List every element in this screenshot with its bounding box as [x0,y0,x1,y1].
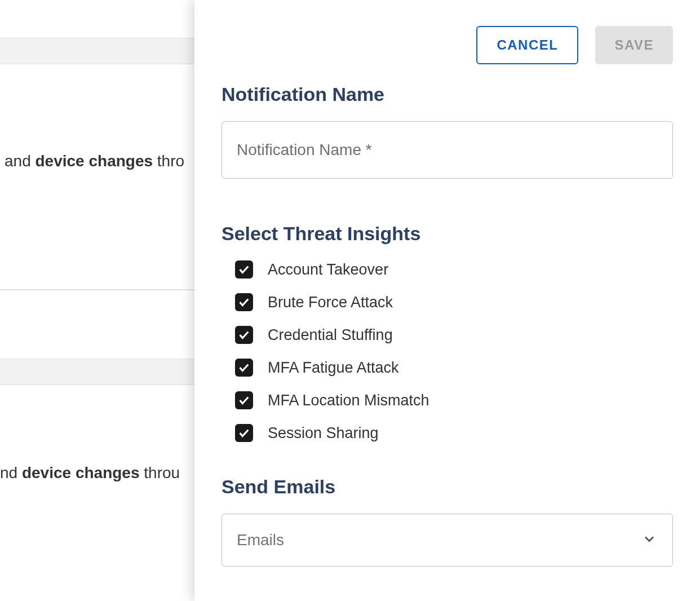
bg-text-fragment-2: nd device changes throu [0,464,180,482]
send-emails-title: Send Emails [221,476,673,498]
threat-item-label: MFA Fatigue Attack [268,359,399,377]
checkmark-icon [238,394,250,406]
threat-insights-title: Select Threat Insights [221,223,673,245]
threat-item-account-takeover[interactable]: Account Takeover [235,260,673,279]
checkmark-icon [238,263,250,276]
checkmark-icon [238,427,250,439]
bg-header-bar-1 [0,38,194,64]
notification-name-title: Notification Name [221,83,673,105]
notification-name-input[interactable] [221,121,673,179]
checkbox-checked-icon[interactable] [235,424,253,442]
checkbox-checked-icon[interactable] [235,391,253,409]
threat-item-label: Brute Force Attack [268,294,393,311]
threat-insights-list: Account Takeover Brute Force Attack Cred… [221,260,673,442]
bg-text-2-prefix: nd [0,464,22,481]
threat-item-label: Account Takeover [268,261,388,279]
checkmark-icon [238,329,250,341]
emails-select[interactable] [221,514,673,567]
bg-text-2-suffix: throu [140,464,180,481]
threat-item-session-sharing[interactable]: Session Sharing [235,424,673,442]
notification-panel: CANCEL SAVE Notification Name Select Thr… [194,0,700,601]
emails-select-wrap [221,514,673,567]
checkmark-icon [238,361,250,374]
bg-text-1-prefix: and [5,152,36,170]
threat-item-credential-stuffing[interactable]: Credential Stuffing [235,326,673,344]
bg-text-1-bold: device changes [36,152,153,170]
threat-item-label: Session Sharing [268,425,379,442]
panel-action-bar: CANCEL SAVE [221,26,673,64]
bg-text-fragment-1: and device changes thro [5,152,184,170]
threat-item-mfa-location[interactable]: MFA Location Mismatch [235,391,673,409]
checkbox-checked-icon[interactable] [235,326,253,344]
checkmark-icon [238,296,250,308]
threat-item-mfa-fatigue[interactable]: MFA Fatigue Attack [235,359,673,377]
bg-text-1-suffix: thro [153,152,184,170]
threat-item-label: MFA Location Mismatch [268,392,429,409]
cancel-button[interactable]: CANCEL [476,26,578,64]
checkbox-checked-icon[interactable] [235,260,253,279]
bg-text-2-bold: device changes [22,464,140,481]
save-button[interactable]: SAVE [595,26,673,64]
threat-item-label: Credential Stuffing [268,326,393,344]
checkbox-checked-icon[interactable] [235,293,253,311]
bg-header-bar-2 [0,359,194,385]
checkbox-checked-icon[interactable] [235,359,253,377]
threat-item-brute-force[interactable]: Brute Force Attack [235,293,673,311]
bg-divider [0,289,194,290]
